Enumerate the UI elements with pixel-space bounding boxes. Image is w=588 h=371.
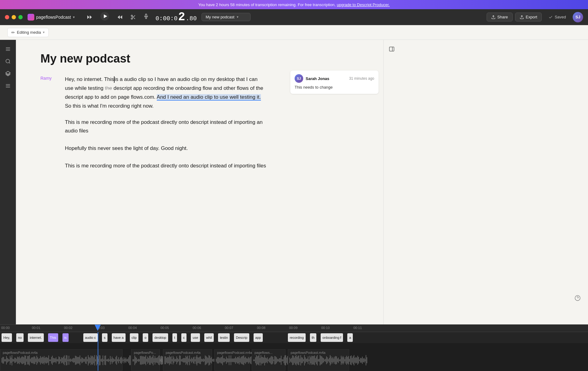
- layers-icon[interactable]: [2, 68, 13, 79]
- word-chip-t: t: [172, 333, 177, 342]
- word-chip-testin: testin: [218, 333, 230, 342]
- user-avatar[interactable]: SJ: [573, 12, 583, 22]
- mode-chevron-icon: ▾: [43, 30, 45, 34]
- svg-point-15: [6, 59, 9, 63]
- timeline-ruler[interactable]: 00:00 00:01 00:02 00:03 00:04 00:05 00:0…: [0, 325, 588, 332]
- scissors-button[interactable]: [129, 13, 138, 21]
- ruler-mark-11: 00:11: [353, 326, 362, 330]
- editing-mode-label: Editing media: [17, 30, 41, 35]
- gap-18: [317, 333, 320, 342]
- minimize-button[interactable]: [12, 15, 16, 19]
- close-button[interactable]: [5, 15, 9, 19]
- audio-segment-6: pageflowsPodcast.m4a: [288, 349, 349, 371]
- word-chip-o: o: [143, 333, 148, 342]
- comment-header: SJ Sarah Jonas 31 minutes ago: [295, 74, 374, 83]
- paragraph-block-4[interactable]: This is me recording more of the podcast…: [40, 162, 267, 170]
- word-chip-no: no: [16, 333, 24, 342]
- comment-bubble: SJ Sarah Jonas 31 minutes ago This needs…: [290, 71, 379, 94]
- audio-segment-2: pageflowsPo...: [131, 349, 160, 371]
- panel-toggle-icon[interactable]: [386, 44, 397, 55]
- timecode-display: 0:00:0 2 .80: [156, 10, 197, 24]
- speaker-label-ramy: Ramy: [40, 75, 59, 111]
- text-segment-1: Hey, no internet. This: [65, 76, 114, 82]
- play-button[interactable]: [98, 11, 111, 23]
- help-icon[interactable]: [572, 293, 583, 304]
- search-icon[interactable]: [2, 56, 13, 67]
- composition-selector[interactable]: My new podcast ▾: [202, 13, 251, 21]
- paragraph-block-2[interactable]: This is me recording more of the podcast…: [40, 118, 267, 136]
- highlighted-text: And I need an audio clip to use well tes…: [157, 94, 261, 101]
- word-chip-is: is: [62, 333, 69, 342]
- word-chip-have: have a: [112, 333, 126, 342]
- ruler-mark-5: 00:05: [160, 326, 169, 330]
- word-chip-whil: whil: [204, 333, 214, 342]
- gap-17: [306, 333, 310, 342]
- saved-button[interactable]: Saved: [544, 13, 570, 21]
- timecode-seconds: 2: [178, 10, 185, 24]
- word-track: Hey, no internet. This is audio c s have…: [0, 332, 588, 343]
- waveform-5: [252, 353, 285, 368]
- audio-segment-5: pageflows...: [252, 349, 285, 371]
- timecode-prefix: 0:00:0: [156, 15, 178, 22]
- gap-7: [126, 333, 130, 342]
- app-logo[interactable]: pageflowsPodcast ▾: [28, 14, 75, 21]
- banner-text: You have 2 hours 58 minutes of transcrip…: [198, 2, 336, 7]
- export-button[interactable]: Export: [515, 13, 542, 21]
- word-chip-a: a: [347, 333, 353, 342]
- transcript-text-ramy[interactable]: Hey, no internet. Thisis a audio clip so…: [65, 75, 267, 111]
- svg-point-3: [131, 18, 133, 19]
- audio-segment-3: pageflowsPodcast.m4a: [163, 349, 212, 371]
- transport-controls: [85, 11, 151, 23]
- word-chip-c: c: [181, 333, 187, 342]
- gap-3: [44, 333, 48, 342]
- gap-16: [250, 333, 253, 342]
- svg-line-6: [132, 16, 133, 17]
- share-button[interactable]: Share: [487, 13, 513, 21]
- gap-12: [187, 333, 190, 342]
- paragraph-block-3[interactable]: Hopefully this never sees the light of d…: [40, 144, 267, 153]
- descript-logo-icon: [28, 14, 34, 21]
- audio-file-label-1: pageflowsPodcast.m4a: [3, 351, 38, 354]
- commenter-avatar: SJ: [295, 74, 303, 83]
- word-chip-descript: Descrip: [234, 333, 249, 342]
- word-chip-use: use: [191, 333, 200, 342]
- gap-14: [214, 333, 218, 342]
- pencil-icon: ✏: [11, 30, 15, 35]
- ruler-mark-7: 00:07: [225, 326, 233, 330]
- audio-track-row: pageflowsPodcast.m4a pageflowsPo... page…: [0, 343, 588, 371]
- gap-13: [200, 333, 204, 342]
- timecode-decimal: .80: [186, 15, 197, 22]
- comment-author: Sarah Jonas: [306, 76, 329, 81]
- rewind-button[interactable]: [85, 13, 94, 21]
- ruler-mark-8: 00:08: [257, 326, 266, 330]
- timeline-area: 00:00 00:01 00:02 00:03 00:04 00:05 00:0…: [0, 324, 588, 371]
- word-chip-th: th: [310, 333, 316, 342]
- tools-icon[interactable]: [2, 80, 13, 91]
- strikethrough-word: the: [105, 85, 112, 91]
- left-sidebar: [0, 40, 16, 324]
- waveform-1: [0, 353, 122, 368]
- audio-file-label-4: pageflowsPodcast.m4a: [217, 351, 252, 354]
- ruler-mark-0: 00:00: [1, 326, 10, 330]
- gap-2: [24, 333, 28, 342]
- gap-5: [98, 333, 102, 342]
- svg-line-16: [9, 62, 10, 63]
- header-actions: Share Export Saved SJ: [487, 12, 583, 22]
- editor[interactable]: My new podcast Ramy Hey, no internet. Th…: [16, 40, 285, 324]
- svg-rect-21: [389, 47, 394, 51]
- composition-name-label: My new podcast: [205, 15, 234, 19]
- menu-icon[interactable]: [2, 44, 13, 55]
- word-track-playhead: [98, 332, 98, 343]
- gap-11: [177, 333, 181, 342]
- ruler-mark-10: 00:10: [321, 326, 330, 330]
- banner-link[interactable]: upgrade to Descript Producer.: [337, 2, 390, 7]
- word-chip-app: app: [254, 333, 263, 342]
- title-bar: pageflowsPodcast ▾ 0:00:0 2 .80 My new p…: [0, 9, 588, 25]
- timeline-playhead-line: [98, 343, 98, 371]
- project-dropdown-icon[interactable]: ▾: [73, 15, 75, 19]
- forward-button[interactable]: [115, 13, 125, 21]
- editing-mode-button[interactable]: ✏ Editing media ▾: [7, 28, 49, 37]
- maximize-button[interactable]: [18, 15, 23, 19]
- mic-button[interactable]: [141, 12, 151, 22]
- main-layout: My new podcast Ramy Hey, no internet. Th…: [0, 40, 588, 324]
